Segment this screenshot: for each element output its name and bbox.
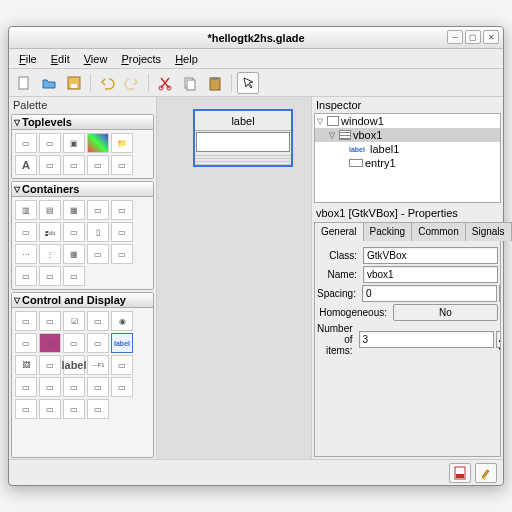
- prop-nitems-value[interactable]: [359, 331, 494, 348]
- widget-text[interactable]: ▭: [39, 377, 61, 397]
- palette-containers-header[interactable]: ▽Containers: [12, 182, 153, 197]
- design-entry1[interactable]: [196, 132, 290, 152]
- menu-edit[interactable]: Edit: [45, 51, 76, 67]
- widget-window[interactable]: ▭: [15, 133, 37, 153]
- widget-layout[interactable]: ▦: [63, 244, 85, 264]
- prop-nitems-spinner[interactable]: ▲▼: [496, 331, 501, 348]
- tab-common[interactable]: Common: [411, 222, 466, 241]
- copy-button[interactable]: [179, 72, 201, 94]
- widget-color[interactable]: ▭: [39, 333, 61, 353]
- widget-hpaned[interactable]: ▯: [87, 222, 109, 242]
- widget-hbox[interactable]: ▥: [15, 200, 37, 220]
- widget-scrolled[interactable]: ▭: [63, 266, 85, 286]
- design-placeholder[interactable]: [195, 153, 291, 165]
- widget-assistant[interactable]: ▭: [111, 155, 133, 175]
- design-canvas[interactable]: label: [157, 97, 311, 459]
- widget-font[interactable]: ▭: [63, 333, 85, 353]
- undo-button[interactable]: [96, 72, 118, 94]
- widget-frame[interactable]: ▭: [111, 200, 133, 220]
- design-label1[interactable]: label: [195, 111, 291, 131]
- widget-misc3[interactable]: ▭: [63, 399, 85, 419]
- menu-view[interactable]: View: [78, 51, 114, 67]
- widget-input-dialog[interactable]: ▭: [39, 155, 61, 175]
- tab-general[interactable]: General: [314, 222, 364, 241]
- widget-button[interactable]: ▭: [15, 311, 37, 331]
- titlebar[interactable]: *hellogtk2hs.glade ─ ▢ ✕: [9, 27, 503, 49]
- widget-vbox[interactable]: ▤: [39, 200, 61, 220]
- widget-icon[interactable]: ▭: [87, 377, 109, 397]
- prop-class-value[interactable]: [363, 247, 498, 264]
- palette-control-header[interactable]: ▽Control and Display: [12, 293, 153, 308]
- widget-file[interactable]: ▭: [15, 333, 37, 353]
- widget-viewport[interactable]: ▭: [39, 266, 61, 286]
- widget-event[interactable]: ▭: [111, 244, 133, 264]
- cut-button[interactable]: [154, 72, 176, 94]
- widget-vscale[interactable]: ▭: [15, 377, 37, 397]
- widget-menubar[interactable]: E̲dit: [39, 222, 61, 242]
- widget-toggle[interactable]: ▭: [39, 311, 61, 331]
- prop-name-value[interactable]: [363, 266, 498, 283]
- paste-button[interactable]: [204, 72, 226, 94]
- palette-toplevels-header[interactable]: ▽Toplevels: [12, 115, 153, 130]
- widget-check[interactable]: ☑: [63, 311, 85, 331]
- widget-dialog[interactable]: ▭: [39, 133, 61, 153]
- widget-image[interactable]: 🖼: [15, 355, 37, 375]
- design-window1[interactable]: label: [193, 109, 293, 167]
- inspector-tree[interactable]: ▽window1 ▽vbox1 labellabel1 entry1: [314, 113, 501, 203]
- menu-file[interactable]: File: [13, 51, 43, 67]
- widget-font-dialog[interactable]: A: [15, 155, 37, 175]
- widget-label[interactable]: label: [111, 333, 133, 353]
- widget-about[interactable]: ▣: [63, 133, 85, 153]
- tree-vbox1[interactable]: ▽vbox1: [315, 128, 500, 142]
- prop-homo-value[interactable]: No: [393, 304, 498, 321]
- widget-accel[interactable]: label: [63, 355, 85, 375]
- widget-progress[interactable]: ▭: [111, 377, 133, 397]
- redo-button[interactable]: [121, 72, 143, 94]
- close-button[interactable]: ✕: [483, 30, 499, 44]
- widget-misc4[interactable]: ▭: [87, 399, 109, 419]
- save-button[interactable]: [63, 72, 85, 94]
- menu-help[interactable]: Help: [169, 51, 204, 67]
- widget-vbutton[interactable]: ⋮: [39, 244, 61, 264]
- widget-hscale[interactable]: ▭: [111, 355, 133, 375]
- palette-control: ▽Control and Display ▭ ▭ ☑ ▭ ◉ ▭ ▭ ▭ ▭ l…: [11, 292, 154, 458]
- widget-hbutton[interactable]: ⋯: [15, 244, 37, 264]
- prop-spacing-value[interactable]: [362, 285, 497, 302]
- widget-toolbar[interactable]: ▭: [63, 222, 85, 242]
- widget-table[interactable]: ▦: [63, 200, 85, 220]
- minimize-button[interactable]: ─: [447, 30, 463, 44]
- status-pdf-icon[interactable]: [449, 463, 471, 483]
- properties-tabs: General Packing Common Signals ♿: [312, 221, 503, 240]
- widget-misc1[interactable]: ▭: [15, 399, 37, 419]
- svg-rect-10: [456, 474, 464, 478]
- widget-notebook[interactable]: ▭: [87, 200, 109, 220]
- open-button[interactable]: [38, 72, 60, 94]
- prop-spacing-spinner[interactable]: ▲▼: [499, 285, 501, 302]
- widget-color-dialog[interactable]: [87, 133, 109, 153]
- widget-fixed[interactable]: ▭: [87, 244, 109, 264]
- widget-tree[interactable]: ▭: [63, 377, 85, 397]
- widget-file-dialog[interactable]: 📁: [111, 133, 133, 153]
- widget-radio[interactable]: ◉: [111, 311, 133, 331]
- widget-misc2[interactable]: ▭: [39, 399, 61, 419]
- widget-aspect[interactable]: ▭: [15, 222, 37, 242]
- tree-entry1[interactable]: entry1: [315, 156, 500, 170]
- selector-button[interactable]: [237, 72, 259, 94]
- tree-window1[interactable]: ▽window1: [315, 114, 500, 128]
- tab-signals[interactable]: Signals: [465, 222, 512, 241]
- widget-message[interactable]: ▭: [63, 155, 85, 175]
- tab-packing[interactable]: Packing: [363, 222, 413, 241]
- status-broom-icon[interactable]: [475, 463, 497, 483]
- widget-recent[interactable]: ▭: [87, 155, 109, 175]
- widget-vpaned[interactable]: ▭: [111, 222, 133, 242]
- widget-spin[interactable]: ▭: [87, 311, 109, 331]
- widget-expander[interactable]: ▭: [15, 266, 37, 286]
- new-button[interactable]: [13, 72, 35, 94]
- widget-entry[interactable]: —F1: [87, 355, 109, 375]
- right-panel: Inspector ▽window1 ▽vbox1 labellabel1 en…: [311, 97, 503, 459]
- menu-projects[interactable]: Projects: [115, 51, 167, 67]
- widget-combo[interactable]: ▭: [87, 333, 109, 353]
- maximize-button[interactable]: ▢: [465, 30, 481, 44]
- tree-label1[interactable]: labellabel1: [315, 142, 500, 156]
- widget-link[interactable]: ▭: [39, 355, 61, 375]
